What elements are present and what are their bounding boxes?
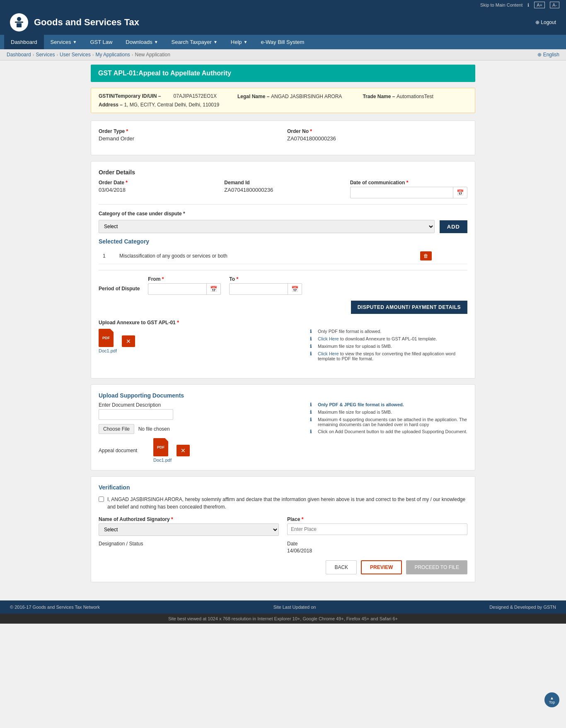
- doc-desc-label: Enter Document Description: [99, 402, 173, 408]
- breadcrumb: Dashboard › Services › User Services › M…: [7, 52, 170, 58]
- add-category-button[interactable]: ADD: [440, 220, 467, 233]
- from-label: From *: [148, 276, 221, 282]
- verification-text: I, ANGAD JASBIRSINGH ARORA, hereby solem…: [107, 496, 467, 511]
- period-label: Period of Dispute: [99, 286, 140, 295]
- place-label: Place *: [287, 516, 467, 522]
- legal-name-value: ANGAD JASBIRSINGH ARORA: [271, 94, 342, 99]
- svg-rect-1: [15, 22, 23, 23]
- breadcrumb-current: New Application: [135, 52, 170, 58]
- order-details-title: Order Details: [99, 169, 467, 176]
- font-increase-btn[interactable]: A+: [534, 2, 545, 8]
- site-title: Goods and Services Tax: [34, 17, 139, 28]
- top-bar: Skip to Main Content ℹ A+ A-: [0, 0, 566, 10]
- verification-checkbox[interactable]: [99, 497, 104, 502]
- disputed-amount-button[interactable]: DISPUTED AMOUNT/ PAYMENT DETAILS: [351, 301, 467, 314]
- date-value: 14/06/2018: [287, 548, 467, 554]
- designation-group: Designation / Status: [99, 541, 279, 554]
- upload-annexure-notes: ℹOnly PDF file format is allowed. ℹClick…: [310, 329, 467, 363]
- footer-last-updated: Site Last Updated on: [273, 605, 316, 610]
- to-date-wrap: 28/02/2018 📅: [229, 283, 302, 295]
- click-here-download-link[interactable]: Click Here: [318, 336, 339, 341]
- font-decrease-btn[interactable]: A-: [550, 2, 559, 8]
- order-date-label: Order Date *: [99, 180, 216, 186]
- category-label: Category of the case under dispute *: [99, 211, 185, 217]
- signatory-label: Name of Authorized Signatory *: [99, 516, 279, 522]
- proceed-button[interactable]: PROCEED TO FILE: [406, 560, 467, 574]
- comm-date-label: Date of communication *: [350, 180, 467, 186]
- place-input[interactable]: [287, 523, 467, 535]
- nav-dashboard[interactable]: Dashboard: [4, 35, 44, 49]
- nav-help[interactable]: Help ▼: [224, 35, 254, 49]
- header: Goods and Services Tax ⊕ Logout: [0, 10, 566, 35]
- category-delete-cell: 🗑: [416, 248, 467, 264]
- nav-search-taxpayer[interactable]: Search Taxpayer ▼: [165, 35, 224, 49]
- verification-section: Verification I, ANGAD JASBIRSINGH ARORA,…: [91, 476, 475, 582]
- signatory-group: Name of Authorized Signatory * Select: [99, 516, 279, 536]
- table-row: 1 Misclassification of any goods or serv…: [99, 248, 467, 264]
- order-basic-card: Order Type * Demand Order Order No * ZA0…: [91, 121, 475, 155]
- page-content: GST APL-01:Appeal to Appellate Authority…: [84, 60, 482, 600]
- address-value: 1, MG, ECITY, Central Delhi, Delhi, 1100…: [124, 102, 219, 108]
- trade-name-value: AutomationsTest: [397, 94, 433, 99]
- file-chooser-row: Choose File No file chosen: [99, 424, 310, 434]
- supporting-docs-notes: ℹOnly PDF & JPEG file format is allowed.…: [310, 402, 467, 436]
- logout-button[interactable]: ⊕ Logout: [535, 19, 556, 25]
- footer: © 2016-17 Goods and Services Tax Network…: [0, 600, 566, 614]
- to-date-calendar-icon[interactable]: 📅: [288, 284, 302, 294]
- appeal-doc-filename: Doc1.pdf: [153, 458, 172, 463]
- category-row: Select ADD: [99, 220, 467, 233]
- footer-designed-by: Designed & Developed by GSTN: [489, 605, 556, 610]
- appeal-doc-row: Appeal document PDF Doc1.pdf ✕: [99, 438, 310, 463]
- signatory-select[interactable]: Select: [99, 523, 279, 536]
- language-selector[interactable]: ⊕ English: [537, 52, 559, 58]
- order-details-card: Order Details Order Date * 03/04/2018 De…: [91, 161, 475, 378]
- upload-annexure-label: Upload Annexure to GST APL-01 *: [99, 320, 467, 325]
- skip-link[interactable]: Skip to Main Content: [480, 2, 522, 7]
- breadcrumb-dashboard[interactable]: Dashboard: [7, 52, 31, 58]
- order-type-value: Demand Order: [99, 135, 279, 142]
- appeal-doc-delete-button[interactable]: ✕: [177, 445, 190, 456]
- category-name: Misclassification of any goods or servic…: [115, 248, 416, 264]
- address-label: Address –: [99, 102, 123, 108]
- trade-name-label: Trade Name –: [363, 94, 395, 99]
- svg-rect-2: [17, 23, 22, 27]
- taxpayer-info-card: GSTIN/Temporary ID/UIN – 07AJIPA1572EO1X…: [91, 88, 475, 113]
- period-row: Period of Dispute From * 01/02/2018 📅 To…: [99, 276, 467, 295]
- nav-eway[interactable]: e-Way Bill System: [254, 35, 311, 49]
- back-button[interactable]: BACK: [326, 560, 357, 574]
- category-delete-button[interactable]: 🗑: [420, 251, 432, 260]
- selected-category-heading: Selected Category: [99, 238, 467, 245]
- info-icon: ℹ: [527, 2, 529, 8]
- breadcrumb-user-services[interactable]: User Services: [60, 52, 91, 58]
- legal-name-label: Legal Name –: [237, 94, 269, 99]
- from-date-calendar-icon[interactable]: 📅: [206, 284, 220, 294]
- nav-gst-law[interactable]: GST Law: [83, 35, 119, 49]
- supporting-docs-card: Upload Supporting Documents Enter Docume…: [91, 384, 475, 470]
- breadcrumb-services[interactable]: Services: [36, 52, 55, 58]
- from-date-input[interactable]: 01/02/2018: [148, 284, 206, 294]
- comm-date-input[interactable]: 03/04/2018: [351, 188, 453, 198]
- comm-date-input-wrap: 03/04/2018 📅: [350, 187, 467, 198]
- click-here-steps-link[interactable]: Click Here: [318, 351, 339, 356]
- breadcrumb-my-applications[interactable]: My Applications: [95, 52, 130, 58]
- nav-downloads[interactable]: Downloads ▼: [119, 35, 164, 49]
- footer-copyright: © 2016-17 Goods and Services Tax Network: [10, 605, 100, 610]
- page-banner: GST APL-01:Appeal to Appellate Authority: [91, 65, 475, 82]
- nav-services[interactable]: Services ▼: [44, 35, 84, 49]
- choose-file-button[interactable]: Choose File: [99, 424, 134, 434]
- demand-id-label: Demand Id: [224, 180, 341, 186]
- doc-desc-row: Enter Document Description: [99, 402, 310, 420]
- appeal-doc-pdf-icon: PDF Doc1.pdf: [153, 438, 172, 463]
- annexure-delete-button[interactable]: ✕: [122, 335, 135, 347]
- order-no-label: Order No *: [287, 128, 467, 134]
- doc-desc-input[interactable]: [99, 409, 173, 420]
- category-select[interactable]: Select: [99, 220, 435, 233]
- action-buttons: BACK PREVIEW PROCEED TO FILE: [99, 560, 467, 574]
- preview-button[interactable]: PREVIEW: [361, 560, 402, 574]
- to-date-input[interactable]: 28/02/2018: [230, 284, 288, 294]
- comm-date-calendar-icon[interactable]: 📅: [453, 187, 467, 198]
- category-num: 1: [99, 248, 115, 264]
- annexure-pdf-icon: PDF Doc1.pdf: [99, 329, 117, 353]
- upload-annexure-section: Upload Annexure to GST APL-01 * PDF Doc1…: [99, 320, 467, 363]
- no-file-text: No file chosen: [138, 426, 170, 432]
